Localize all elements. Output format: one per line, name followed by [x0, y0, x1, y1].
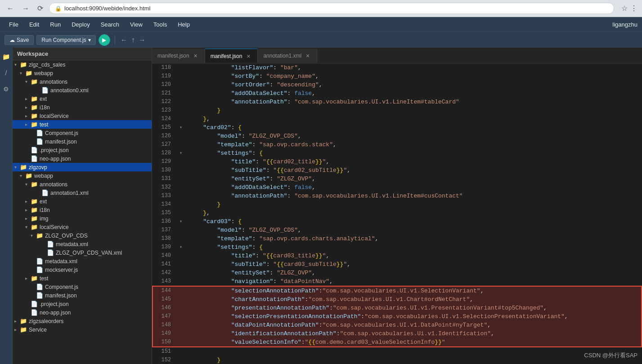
line-gutter[interactable]	[176, 356, 185, 364]
line-gutter[interactable]	[176, 106, 185, 115]
tree-item-i18n2[interactable]: ▸ 📁 i18n	[13, 206, 152, 214]
line-gutter[interactable]	[176, 347, 185, 356]
line-gutter[interactable]	[176, 321, 185, 329]
line-gutter[interactable]	[176, 63, 185, 72]
line-gutter[interactable]	[176, 157, 185, 166]
back-button[interactable]: ←	[4, 4, 16, 13]
tab-close-button[interactable]: ×	[192, 52, 199, 59]
tree-item-localservice2[interactable]: ▾ 📁 localService	[13, 223, 152, 231]
code-icon[interactable]: /	[1, 67, 12, 78]
tab-close-button[interactable]: ×	[304, 52, 311, 59]
tree-item-test[interactable]: ▸ 📁 test	[13, 120, 152, 129]
tree-item-zlgz-ovp-cds[interactable]: ▾ 📁 ZLGZ_OVP_CDS	[13, 231, 152, 240]
line-gutter[interactable]	[176, 166, 185, 175]
tree-item-componentjs2[interactable]: 📄 Component.js	[13, 283, 152, 291]
tree-item-ext[interactable]: ▸ 📁 ext	[13, 94, 152, 103]
menu-view[interactable]: View	[126, 19, 147, 30]
line-gutter[interactable]	[176, 89, 185, 98]
nav-back-button[interactable]: ←	[120, 35, 129, 45]
tree-item-annotations2[interactable]: ▾ 📁 annotations	[13, 180, 152, 189]
tree-item-neoappjson2[interactable]: 📄 neo-app.json	[13, 308, 152, 317]
explorer-icon[interactable]: 📁	[1, 51, 12, 62]
line-gutter[interactable]	[176, 252, 185, 260]
line-gutter[interactable]	[176, 140, 185, 149]
tree-item-ext2[interactable]: ▸ 📁 ext	[13, 197, 152, 206]
line-gutter[interactable]	[176, 234, 185, 243]
line-gutter[interactable]	[176, 192, 185, 200]
settings-icon[interactable]: ⚙	[1, 84, 12, 94]
tree-item-manifestjson2[interactable]: 📄 manifest.json	[13, 291, 152, 300]
nav-forward-button[interactable]: →	[138, 35, 147, 45]
menu-search[interactable]: Search	[96, 19, 124, 30]
tree-item-zlgz-cds-sales[interactable]: ▾ 📁 zlgz_cds_sales	[13, 60, 152, 69]
forward-button[interactable]: →	[20, 4, 31, 13]
line-gutter[interactable]	[176, 277, 185, 286]
tree-item-projectjson[interactable]: 📄 .project.json	[13, 146, 152, 154]
nav-up-button[interactable]: ↑	[130, 35, 136, 45]
code-line: 145 "chartAnnotationPath":"com.sap.vocab…	[153, 295, 642, 304]
menu-help[interactable]: Help	[173, 19, 194, 30]
tree-item-componentjs[interactable]: 📄 Component.js	[13, 129, 152, 137]
tab-manifest-1[interactable]: manifest.json ×	[152, 49, 205, 63]
tree-item-neoappjson[interactable]: 📄 neo-app.json	[13, 154, 152, 163]
line-gutter[interactable]	[176, 312, 185, 321]
save-button[interactable]: ☁ Save	[4, 35, 34, 45]
menu-button[interactable]: ⋮	[630, 4, 638, 13]
line-gutter[interactable]	[176, 295, 185, 304]
line-gutter[interactable]: ▾	[176, 123, 185, 132]
line-gutter[interactable]	[176, 286, 185, 295]
line-gutter[interactable]: ▾	[176, 149, 185, 157]
run-button[interactable]: Run Component.js ▾	[36, 35, 95, 45]
line-gutter[interactable]	[176, 81, 185, 89]
line-gutter[interactable]	[176, 132, 185, 140]
line-gutter[interactable]	[176, 338, 185, 347]
line-gutter[interactable]: ▾	[176, 217, 185, 226]
tree-item-localservice[interactable]: ▸ 📁 localService	[13, 112, 152, 120]
tree-item-img[interactable]: ▸ 📁 img	[13, 214, 152, 223]
tree-item-webapp[interactable]: ▾ 📁 webapp	[13, 69, 152, 77]
tree-item-annotations[interactable]: ▾ 📁 annotations	[13, 77, 152, 86]
line-gutter[interactable]	[176, 269, 185, 277]
line-gutter[interactable]	[176, 304, 185, 312]
line-gutter[interactable]	[176, 175, 185, 183]
tree-item-annotation1xml[interactable]: 📄 annotation1.xml	[13, 189, 152, 197]
tree-item-mockserverjs[interactable]: 📄 mockserver.js	[13, 265, 152, 274]
code-line: 149 "identificationAnnotationPath":"com.…	[153, 329, 642, 338]
tree-item-zlgzovp[interactable]: ▾ 📁 zlgzovp	[13, 163, 152, 171]
line-gutter[interactable]	[176, 200, 185, 209]
line-gutter[interactable]	[176, 329, 185, 338]
line-gutter[interactable]	[176, 226, 185, 234]
tree-item-webapp2[interactable]: ▾ 📁 webapp	[13, 171, 152, 180]
line-gutter[interactable]	[176, 115, 185, 123]
line-gutter[interactable]	[176, 183, 185, 192]
tree-item-service[interactable]: ▸ 📁 Service	[13, 325, 152, 334]
tab-annotation1[interactable]: annotation1.xml ×	[258, 49, 317, 63]
tree-item-zlgz-ovp-cds-van[interactable]: 📄 ZLGZ_OVP_CDS_VAN.xml	[13, 248, 152, 257]
tree-item-metadataxml[interactable]: 📄 metadata.xml	[13, 240, 152, 248]
tree-item-projectjson2[interactable]: 📄 .project.json	[13, 300, 152, 308]
menu-run[interactable]: Run	[45, 19, 65, 30]
editor-content[interactable]: 118 "listFlavor": "bar", 119 "sortBy": "…	[152, 63, 642, 364]
menu-tools[interactable]: Tools	[149, 19, 171, 30]
tab-manifest-2[interactable]: manifest.json ×	[205, 49, 258, 63]
line-gutter[interactable]	[176, 209, 185, 217]
run-play-button[interactable]: ▶	[99, 34, 110, 46]
line-gutter[interactable]	[176, 260, 185, 269]
menu-edit[interactable]: Edit	[25, 19, 44, 30]
tree-item-metadataxml2[interactable]: 📄 metadata.xml	[13, 257, 152, 265]
line-gutter[interactable]	[176, 98, 185, 106]
line-gutter[interactable]	[176, 72, 185, 81]
tree-item-manifestjson[interactable]: 📄 manifest.json	[13, 137, 152, 146]
line-gutter[interactable]: ▾	[176, 243, 185, 252]
url-bar[interactable]: 🔒 localhost:9090/webide/index.html	[49, 3, 614, 14]
tree-item-test2[interactable]: ▸ 📁 test	[13, 274, 152, 283]
tree-item-zlgzsaleorders[interactable]: ▸ 📁 zlgzsaleorders	[13, 317, 152, 325]
tree-item-annotation0xml[interactable]: 📄 annotation0.xml	[13, 86, 152, 94]
folder-icon: 📁	[31, 181, 38, 188]
reload-button[interactable]: ⟳	[35, 3, 45, 13]
bookmark-button[interactable]: ☆	[621, 4, 628, 13]
tree-item-i18n[interactable]: ▸ 📁 i18n	[13, 103, 152, 112]
menu-deploy[interactable]: Deploy	[67, 19, 94, 30]
tab-close-button[interactable]: ×	[245, 53, 252, 60]
menu-file[interactable]: File	[4, 19, 23, 30]
